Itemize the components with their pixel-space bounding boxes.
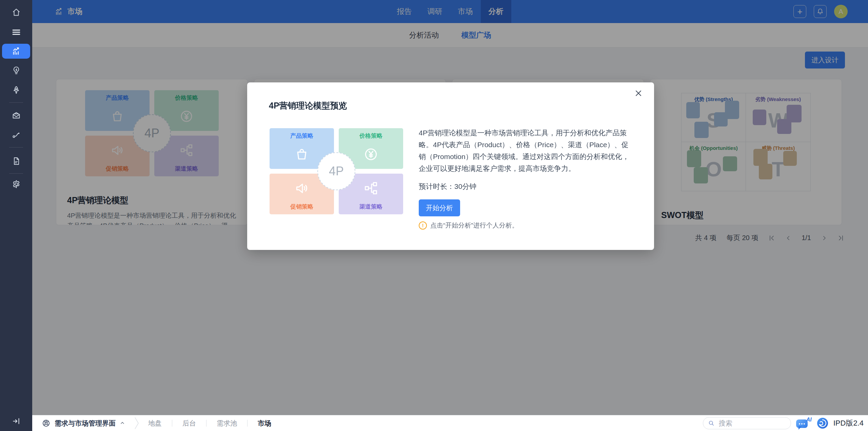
fourp-center-badge: 4P xyxy=(317,152,355,190)
crumb-xuqiuchi[interactable]: 需求池 xyxy=(217,419,237,428)
sidebar-item-settings[interactable] xyxy=(2,177,30,192)
fourp-diagram-modal: 产品策略 价格策略 促销策略 渠道策略 4P xyxy=(270,128,403,214)
hint-text: 点击“开始分析”进行个人分析。 xyxy=(430,221,518,230)
sidebar-collapse-toggle[interactable] xyxy=(2,414,30,429)
megaphone-icon xyxy=(294,174,309,203)
network-icon xyxy=(363,174,378,203)
shell-toolbar: AI IPD版2.4 xyxy=(703,417,864,429)
search-input[interactable] xyxy=(718,419,777,428)
shell-bottombar: 需求与市场管理界面 地盘 后台 需求池 市场 AI IPD版2.4 xyxy=(32,415,868,431)
sidebar-item-workflow[interactable] xyxy=(2,127,30,142)
route-icon xyxy=(12,130,21,139)
sidebar-item-inbox[interactable] xyxy=(2,108,30,123)
info-warning-icon: ! xyxy=(419,221,427,230)
crumb-houtai[interactable]: 后台 xyxy=(182,419,196,428)
sidebar-item-document[interactable] xyxy=(2,154,30,169)
sidebar-divider xyxy=(9,102,23,103)
ai-assistant-button[interactable]: AI xyxy=(796,417,812,429)
chevron-up-icon[interactable] xyxy=(120,420,125,426)
chat-bubble-icon xyxy=(796,419,808,428)
preview-modal: 4P营销理论模型预览 产品策略 价格策略 促销策略 渠道策略 4P 4P营销理论… xyxy=(247,82,654,250)
search-icon xyxy=(708,420,715,427)
modal-text-column: 4P营销理论模型是一种市场营销理论工具，用于分析和优化产品策略。4P代表产品（P… xyxy=(419,127,632,230)
helm-icon xyxy=(42,419,51,428)
document-icon xyxy=(12,156,21,166)
expand-panel-icon xyxy=(12,417,21,426)
shell-sidebar xyxy=(0,0,32,431)
gear-icon xyxy=(12,179,21,189)
version-label: IPD版2.4 xyxy=(833,418,864,428)
shell-breadcrumb: 需求与市场管理界面 地盘 后台 需求池 市场 xyxy=(42,417,271,430)
sidebar-item-home[interactable] xyxy=(2,5,30,20)
start-analysis-button[interactable]: 开始分析 xyxy=(419,199,460,216)
modal-body: 产品策略 价格策略 促销策略 渠道策略 4P 4P营销理论模型是一种市场营销理论… xyxy=(270,127,632,230)
sidebar-item-menu[interactable] xyxy=(2,25,30,40)
chart-trending-icon xyxy=(12,46,21,56)
global-search[interactable] xyxy=(703,417,791,429)
breadcrumb-separator-icon xyxy=(134,417,139,430)
crumb-dipan[interactable]: 地盘 xyxy=(148,419,162,428)
crumb-shichang[interactable]: 市场 xyxy=(258,419,271,428)
rocket-icon xyxy=(12,85,21,95)
sidebar-item-analytics[interactable] xyxy=(2,44,30,59)
model-description: 4P营销理论模型是一种市场营销理论工具，用于分析和优化产品策略。4P代表产品（P… xyxy=(419,127,632,174)
modal-title: 4P营销理论模型预览 xyxy=(269,100,654,111)
close-icon[interactable] xyxy=(634,89,643,97)
modal-hint: ! 点击“开始分析”进行个人分析。 xyxy=(419,221,632,230)
sidebar-divider xyxy=(9,173,23,174)
ai-label: AI xyxy=(806,417,812,423)
sidebar-divider xyxy=(9,147,23,148)
lightbulb-icon xyxy=(12,66,21,75)
sidebar-item-launch[interactable] xyxy=(2,82,30,97)
estimated-duration: 预计时长：30分钟 xyxy=(419,182,632,191)
shopping-bag-icon xyxy=(294,140,309,169)
breadcrumb-root-selector[interactable]: 需求与市场管理界面 xyxy=(55,419,116,428)
ipd-logo-icon[interactable] xyxy=(817,417,828,429)
yen-circle-icon xyxy=(363,140,379,169)
mail-doc-icon xyxy=(12,111,21,120)
hamburger-icon xyxy=(11,27,21,37)
sidebar-item-insight[interactable] xyxy=(2,63,30,78)
home-icon xyxy=(12,7,21,17)
